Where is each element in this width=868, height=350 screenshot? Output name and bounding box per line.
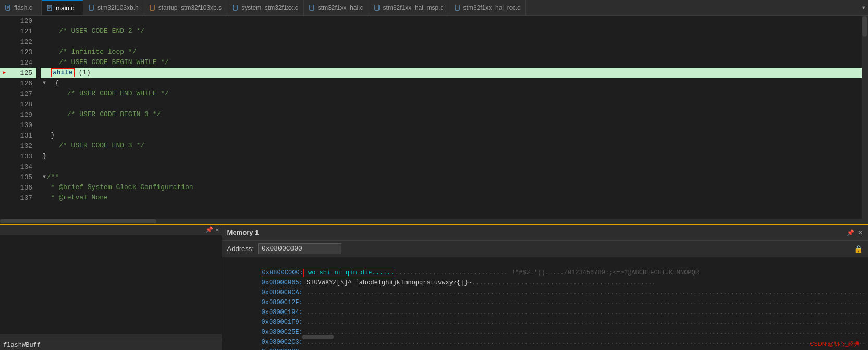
tab-hal-rcc[interactable]: stm32f1xx_hal_rcc.c — [449, 0, 526, 15]
tab-startup[interactable]: startup_stm32f103xb.s — [144, 0, 227, 15]
code-line-129: /* USER CODE BEGIN 3 */ — [41, 109, 868, 120]
tab-system[interactable]: system_stm32f1xx.c — [227, 0, 304, 15]
code-line-130 — [41, 120, 868, 130]
address-label: Address: — [227, 245, 254, 253]
tab-label: main.c — [56, 5, 74, 12]
code-line-123: /* Infinite loop */ — [41, 47, 868, 57]
tab-label: stm32f1xx_hal.c — [318, 4, 363, 11]
editor-vscrollbar[interactable] — [862, 16, 868, 219]
editor-area: 120 121 122 123 124 — [0, 16, 868, 219]
svg-rect-10 — [233, 5, 237, 10]
code-line-131: } — [41, 130, 868, 141]
code-line-135: ▼ /** — [41, 172, 868, 182]
tab-label: stm32f1xx_hal_rcc.c — [463, 4, 520, 11]
code-line-132: /* USER CODE END 3 */ — [41, 141, 868, 151]
line-number-129: 129 — [8, 109, 36, 120]
line-number-128: 128 — [8, 99, 36, 109]
file-icon — [47, 5, 53, 11]
line-number-133: 133 — [8, 151, 36, 161]
line-number-123: 123 — [8, 47, 36, 57]
pin-icon[interactable]: 📌 — [205, 226, 213, 234]
code-line-124: /* USER CODE BEGIN WHILE */ — [41, 57, 868, 68]
collapse-icon-135[interactable]: ▼ — [43, 172, 46, 182]
left-panel-hscrollbar-thumb — [302, 335, 334, 339]
line-number-135: 135 — [8, 172, 36, 182]
svg-rect-8 — [89, 5, 93, 10]
line-number-122: 122 — [8, 36, 36, 47]
code-line-133: } — [41, 151, 868, 161]
line-number-124: 124 — [8, 57, 36, 68]
memory-row-0: 0x0800C000: wo shi ni qin die...........… — [224, 258, 866, 268]
line-number-132: 132 — [8, 141, 36, 151]
tab-bar-end: ▾ — [862, 0, 868, 15]
app-container: flash.c main.c stm32f103xb.h startup_stm… — [0, 0, 868, 350]
tab-stm32f103xb-h[interactable]: stm32f103xb.h — [83, 0, 144, 15]
memory-header-icons: 📌 ✕ — [847, 229, 863, 236]
tab-label: stm32f1xx_hal_msp.c — [383, 4, 444, 11]
code-line-120 — [41, 16, 868, 26]
svg-rect-12 — [375, 5, 379, 10]
memory-panel-header: Memory 1 📌 ✕ — [222, 225, 868, 241]
tab-label: flash.c — [14, 4, 32, 11]
close-left-panel-icon[interactable]: ✕ — [215, 226, 219, 234]
code-line-127: /* USER CODE END WHILE */ — [41, 89, 868, 99]
line-number-131: 131 — [8, 130, 36, 141]
left-panel: 📌 ✕ flashWBuff — [0, 225, 222, 350]
bottom-section: 📌 ✕ flashWBuff Memory 1 📌 ✕ Addr — [0, 224, 868, 350]
file-icon — [233, 5, 239, 11]
while-keyword: while — [51, 68, 75, 77]
code-line-136: * @brief System Clock Configuration — [41, 182, 868, 193]
file-icon — [89, 5, 95, 11]
left-panel-hscrollbar[interactable] — [0, 334, 222, 340]
file-asm-icon — [150, 5, 156, 11]
file-icon — [374, 5, 381, 11]
svg-rect-9 — [150, 5, 154, 10]
lock-icon[interactable]: 🔒 — [854, 245, 863, 253]
tab-label: startup_stm32f103xb.s — [158, 4, 222, 11]
tab-main-c[interactable]: main.c — [42, 0, 83, 15]
tab-bar: flash.c main.c stm32f103xb.h startup_stm… — [0, 0, 868, 16]
memory-content-highlighted: wo shi ni qin die...... — [304, 269, 395, 277]
tab-label: system_stm32f1xx.c — [241, 4, 298, 11]
file-icon — [309, 5, 315, 11]
tab-label: stm32f103xb.h — [97, 4, 139, 11]
tab-hal[interactable]: stm32f1xx_hal.c — [304, 0, 369, 15]
address-input[interactable] — [258, 243, 341, 254]
editor-vscrollbar-thumb — [862, 16, 867, 37]
tab-flash-c[interactable]: flash.c — [0, 0, 42, 15]
close-memory-icon[interactable]: ✕ — [858, 229, 863, 236]
flash-w-buff-label: flashWBuff — [3, 342, 41, 349]
code-line-126: ▼ { — [41, 78, 868, 89]
line-number-127: 127 — [8, 89, 36, 99]
svg-rect-11 — [310, 5, 314, 10]
line-number-137: 137 — [8, 193, 36, 203]
code-line-125: while (1) — [41, 68, 868, 78]
pin-memory-icon[interactable]: 📌 — [847, 229, 854, 236]
line-number-120: 120 — [8, 16, 36, 26]
memory-panel: Memory 1 📌 ✕ Address: 🔒 0x0800C000: wo s… — [222, 225, 868, 350]
line-number-130: 130 — [8, 120, 36, 130]
code-line-122 — [41, 36, 868, 47]
tab-overflow-icon[interactable]: ▾ — [862, 3, 866, 12]
svg-rect-0 — [6, 5, 10, 10]
editor-hscrollbar[interactable] — [0, 219, 868, 224]
memory-address-bar: Address: 🔒 — [222, 241, 868, 257]
svg-rect-13 — [455, 5, 459, 10]
tab-hal-msp[interactable]: stm32f1xx_hal_msp.c — [369, 0, 449, 15]
left-panel-content — [0, 235, 222, 240]
collapse-icon-126[interactable]: ▼ — [43, 78, 46, 89]
memory-panel-title: Memory 1 — [227, 229, 259, 236]
editor-hscrollbar-thumb — [0, 219, 156, 223]
file-icon — [455, 5, 461, 11]
line-number-121: 121 — [8, 26, 36, 36]
left-panel-status-bar: flashWBuff — [0, 340, 222, 350]
code-line-137: * @retval None — [41, 193, 868, 203]
line-number-134: 134 — [8, 161, 36, 172]
code-line-121: /* USER CODE END 2 */ — [41, 26, 868, 36]
memory-addr-highlighted: 0x0800C000: — [262, 269, 304, 277]
code-line-134 — [41, 161, 868, 172]
left-panel-header: 📌 ✕ — [0, 225, 222, 235]
code-content[interactable]: /* USER CODE END 2 */ /* Infinite loop *… — [36, 16, 868, 219]
line-number-126: 126 — [8, 78, 36, 89]
file-icon — [5, 5, 11, 11]
